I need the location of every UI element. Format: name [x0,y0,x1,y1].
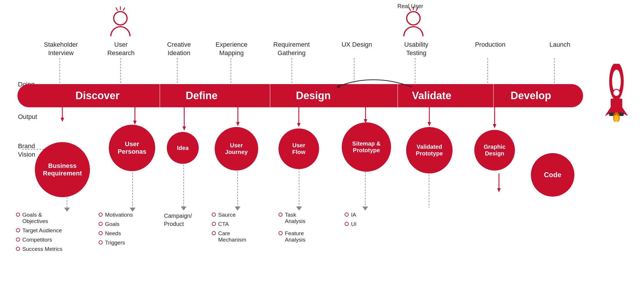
discover-phase-label: Discover [75,90,120,102]
experience-mapping-dashed-line [231,58,231,86]
diagram-container: Real User StakeholderInterview UserResea… [0,0,644,290]
validated-prototype-circle: ValidatedPrototype [406,127,453,173]
usability-testing-label: UsabilityTesting [395,41,438,57]
bullet-text: FeatureAnalysis [285,230,305,243]
user-personas-bullets: Motivations Goals Needs Triggers [99,212,133,248]
bullet-dot [16,238,20,242]
bullet-text: Target Audience [22,227,62,234]
bullet-dot [16,247,20,251]
bullet-dot [212,213,216,217]
svg-line-2 [116,8,117,10]
user-flow-bullets: TaskAnalysis FeatureAnalysis [278,212,305,245]
stakeholder-interview-label: StakeholderInterview [38,41,84,57]
bullet-dot [99,231,103,235]
code-circle: Code [531,153,574,197]
bullet-dot [16,213,20,217]
idea-down-dashed [183,165,184,208]
production-dashed-line [487,58,488,86]
graphic-design-circle: GraphicDesign [474,130,515,171]
define-phase-label: Define [186,90,218,102]
bullet-text: Competitors [22,237,52,243]
svg-marker-21 [182,126,186,130]
user-flow-arrow [296,107,302,127]
bullet-text: Success Metrics [22,246,62,252]
code-arrow [496,173,502,192]
campaign-product-text: Campaign/Product [164,212,192,228]
svg-marker-31 [493,124,496,128]
svg-marker-29 [428,122,431,126]
user-research-dashed-line [120,58,121,86]
bullet-dot [99,240,103,244]
bullet-text: UI [351,221,357,227]
graphic-design-arrow [492,107,498,128]
user-research-person-icon [110,8,131,36]
user-flow-circle: UserFlow [278,128,319,169]
bullet-dot [278,213,283,217]
bullet-dot [99,213,103,217]
svg-marker-19 [133,121,137,125]
bullet-text: Goals &Objectives [22,212,48,224]
user-journey-arrow [235,107,241,126]
requirement-gathering-label: RequirementGathering [267,41,316,57]
ux-design-label: UX Design [337,41,377,49]
creative-ideation-label: CreativeIdeation [157,41,201,57]
develop-phase-label: Develop [511,90,551,102]
svg-marker-27 [364,119,367,123]
svg-marker-17 [61,118,64,122]
user-research-label: UserResearch [102,41,140,57]
bullet-text: IA [351,212,356,218]
launch-dashed-line [554,58,555,86]
bullet-dot [345,213,349,217]
bullet-text: Saurce [218,212,236,218]
bullet-text: CTA [218,221,229,227]
experience-mapping-label: ExperienceMapping [208,41,255,57]
svg-line-1 [123,8,125,10]
output-label: Output [18,113,37,121]
business-req-bullets: Goals &Objectives Target Audience Compet… [16,212,62,254]
bullet-dot [16,228,20,232]
idea-circle: Idea [167,132,199,164]
bullet-text: Motivations [105,212,133,218]
bullet-dot [212,222,216,226]
bullet-text: Triggers [105,240,125,246]
real-user-person-icon [403,8,424,36]
launch-label: Launch [542,41,577,49]
main-process-bar: Discover Define Design Validate Develop [17,84,583,107]
idea-arrow [181,107,187,130]
rocket-icon [600,64,632,122]
svg-marker-25 [297,123,301,127]
sitemap-prototype-circle: Sitemap &Prototype [342,122,391,172]
creative-ideation-dashed-line [177,58,178,86]
bullet-text: Needs [105,230,121,237]
bullet-text: Goals [105,221,120,227]
svg-rect-42 [611,99,622,113]
bullet-dot [278,231,283,235]
bullet-dot [99,222,103,226]
validated-prototype-arrow [426,107,432,126]
business-requirement-circle: BusinessRequirement [35,142,90,197]
bullet-text: CareMechanism [218,230,246,243]
user-personas-arrow [132,107,138,125]
svg-point-47 [613,89,620,96]
real-user-label: Real User [397,2,423,10]
bullet-dot [345,222,349,226]
svg-point-50 [614,115,618,122]
curved-arrow-svg [334,70,421,93]
sitemap-arrow [363,107,368,123]
bullet-dot [212,231,216,235]
sitemap-bullets: IA UI [345,212,357,229]
svg-marker-23 [236,122,240,126]
production-label: Production [470,41,511,49]
user-journey-bullets: Saurce CTA CareMechanism [212,212,246,245]
requirement-gathering-dashed-line [292,58,292,86]
design-phase-label: Design [296,90,331,102]
stakeholder-dashed-line [59,58,60,86]
business-req-arrow [59,107,65,122]
svg-marker-33 [497,188,501,192]
bullet-text: TaskAnalysis [285,212,305,224]
user-personas-circle: UserPersonas [109,125,155,171]
user-journey-circle: UserJourney [215,127,258,171]
